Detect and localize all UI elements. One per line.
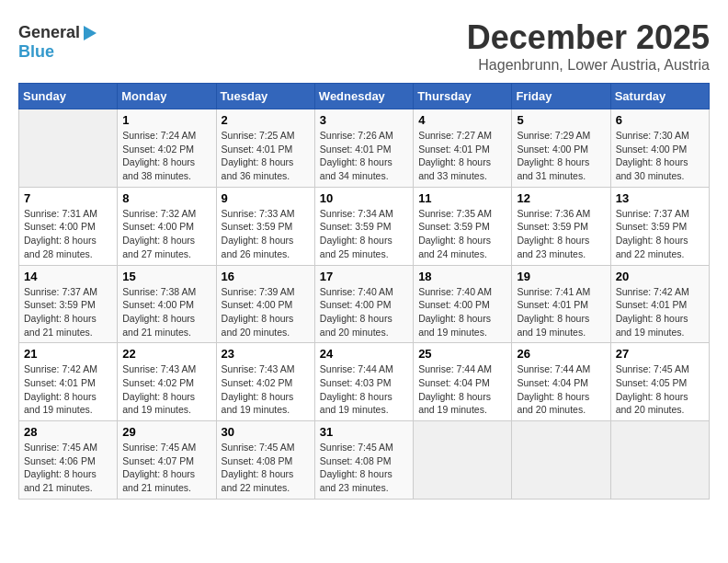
calendar-cell: 25Sunrise: 7:44 AMSunset: 4:04 PMDayligh… <box>414 343 512 421</box>
day-number: 9 <box>222 191 310 205</box>
day-info: Sunrise: 7:35 AMSunset: 3:59 PMDaylight:… <box>418 207 506 261</box>
day-number: 22 <box>122 347 210 361</box>
day-info: Sunrise: 7:44 AMSunset: 4:03 PMDaylight:… <box>320 362 408 417</box>
day-number: 17 <box>320 270 408 283</box>
day-info: Sunrise: 7:34 AMSunset: 3:59 PMDaylight:… <box>320 207 408 261</box>
calendar-cell: 24Sunrise: 7:44 AMSunset: 4:03 PMDayligh… <box>314 343 413 421</box>
calendar-cell: 21Sunrise: 7:42 AMSunset: 4:01 PMDayligh… <box>19 343 118 421</box>
calendar-cell: 20Sunrise: 7:42 AMSunset: 4:01 PMDayligh… <box>610 265 709 343</box>
day-info: Sunrise: 7:40 AMSunset: 4:00 PMDaylight:… <box>320 285 408 339</box>
week-row-3: 14Sunrise: 7:37 AMSunset: 3:59 PMDayligh… <box>19 265 710 343</box>
calendar-cell: 7Sunrise: 7:31 AMSunset: 4:00 PMDaylight… <box>19 187 118 265</box>
calendar-cell: 4Sunrise: 7:27 AMSunset: 4:01 PMDaylight… <box>414 109 512 188</box>
calendar-cell: 30Sunrise: 7:45 AMSunset: 4:08 PMDayligh… <box>216 421 314 500</box>
calendar-cell: 26Sunrise: 7:44 AMSunset: 4:04 PMDayligh… <box>512 343 610 421</box>
day-info: Sunrise: 7:37 AMSunset: 3:59 PMDaylight:… <box>616 207 704 261</box>
calendar-cell <box>19 109 118 188</box>
day-info: Sunrise: 7:38 AMSunset: 4:00 PMDaylight:… <box>122 285 210 339</box>
calendar-cell: 31Sunrise: 7:45 AMSunset: 4:08 PMDayligh… <box>314 421 413 500</box>
weekday-header-friday: Friday <box>512 84 610 109</box>
calendar-cell <box>414 421 512 500</box>
day-number: 19 <box>517 270 605 283</box>
weekday-header-sunday: Sunday <box>19 84 118 109</box>
day-number: 12 <box>517 191 605 205</box>
calendar-cell: 18Sunrise: 7:40 AMSunset: 4:00 PMDayligh… <box>414 265 512 343</box>
day-number: 14 <box>24 270 112 283</box>
weekday-header-monday: Monday <box>118 84 216 109</box>
calendar-cell: 12Sunrise: 7:36 AMSunset: 3:59 PMDayligh… <box>512 187 610 265</box>
calendar-cell: 15Sunrise: 7:38 AMSunset: 4:00 PMDayligh… <box>118 265 216 343</box>
day-info: Sunrise: 7:33 AMSunset: 3:59 PMDaylight:… <box>222 207 310 261</box>
calendar-cell: 6Sunrise: 7:30 AMSunset: 4:00 PMDaylight… <box>610 109 709 188</box>
logo-arrow-icon <box>84 26 97 40</box>
day-info: Sunrise: 7:41 AMSunset: 4:01 PMDaylight:… <box>517 285 605 339</box>
header: General Blue December 2025 Hagenbrunn, L… <box>18 18 710 74</box>
calendar-cell: 2Sunrise: 7:25 AMSunset: 4:01 PMDaylight… <box>216 109 314 188</box>
day-number: 3 <box>320 113 408 127</box>
calendar-cell: 16Sunrise: 7:39 AMSunset: 4:00 PMDayligh… <box>216 265 314 343</box>
calendar-cell: 5Sunrise: 7:29 AMSunset: 4:00 PMDaylight… <box>512 109 610 188</box>
calendar-cell: 10Sunrise: 7:34 AMSunset: 3:59 PMDayligh… <box>314 187 413 265</box>
day-number: 8 <box>122 191 210 205</box>
calendar-cell: 23Sunrise: 7:43 AMSunset: 4:02 PMDayligh… <box>216 343 314 421</box>
week-row-4: 21Sunrise: 7:42 AMSunset: 4:01 PMDayligh… <box>19 343 710 421</box>
location-title: Hagenbrunn, Lower Austria, Austria <box>467 57 710 74</box>
day-number: 21 <box>24 347 112 361</box>
day-info: Sunrise: 7:45 AMSunset: 4:08 PMDaylight:… <box>320 441 408 495</box>
weekday-header-row: SundayMondayTuesdayWednesdayThursdayFrid… <box>19 84 710 109</box>
day-number: 31 <box>320 425 408 439</box>
calendar-cell <box>610 421 709 500</box>
day-number: 24 <box>320 347 408 361</box>
calendar-cell: 28Sunrise: 7:45 AMSunset: 4:06 PMDayligh… <box>19 421 118 500</box>
day-info: Sunrise: 7:32 AMSunset: 4:00 PMDaylight:… <box>122 207 210 261</box>
day-info: Sunrise: 7:36 AMSunset: 3:59 PMDaylight:… <box>517 207 605 261</box>
day-info: Sunrise: 7:42 AMSunset: 4:01 PMDaylight:… <box>616 285 704 339</box>
calendar-cell: 11Sunrise: 7:35 AMSunset: 3:59 PMDayligh… <box>414 187 512 265</box>
day-number: 18 <box>418 270 506 283</box>
logo: General Blue <box>18 23 97 62</box>
day-info: Sunrise: 7:44 AMSunset: 4:04 PMDaylight:… <box>418 362 506 417</box>
day-info: Sunrise: 7:39 AMSunset: 4:00 PMDaylight:… <box>222 285 310 339</box>
calendar-cell: 19Sunrise: 7:41 AMSunset: 4:01 PMDayligh… <box>512 265 610 343</box>
day-info: Sunrise: 7:31 AMSunset: 4:00 PMDaylight:… <box>24 207 112 261</box>
calendar-cell: 8Sunrise: 7:32 AMSunset: 4:00 PMDaylight… <box>118 187 216 265</box>
calendar-cell: 9Sunrise: 7:33 AMSunset: 3:59 PMDaylight… <box>216 187 314 265</box>
day-info: Sunrise: 7:42 AMSunset: 4:01 PMDaylight:… <box>24 362 112 417</box>
calendar-cell: 29Sunrise: 7:45 AMSunset: 4:07 PMDayligh… <box>118 421 216 500</box>
day-number: 2 <box>222 113 310 127</box>
day-info: Sunrise: 7:26 AMSunset: 4:01 PMDaylight:… <box>320 129 408 183</box>
day-info: Sunrise: 7:45 AMSunset: 4:06 PMDaylight:… <box>24 441 112 495</box>
day-number: 5 <box>517 113 605 127</box>
weekday-header-thursday: Thursday <box>414 84 512 109</box>
month-title: December 2025 <box>467 18 710 57</box>
calendar-cell: 27Sunrise: 7:45 AMSunset: 4:05 PMDayligh… <box>610 343 709 421</box>
day-number: 26 <box>517 347 605 361</box>
day-info: Sunrise: 7:40 AMSunset: 4:00 PMDaylight:… <box>418 285 506 339</box>
calendar-cell: 17Sunrise: 7:40 AMSunset: 4:00 PMDayligh… <box>314 265 413 343</box>
day-number: 11 <box>418 191 506 205</box>
day-number: 1 <box>122 113 210 127</box>
day-number: 16 <box>222 270 310 283</box>
day-info: Sunrise: 7:45 AMSunset: 4:07 PMDaylight:… <box>122 441 210 495</box>
day-number: 23 <box>222 347 310 361</box>
day-number: 30 <box>222 425 310 439</box>
day-info: Sunrise: 7:37 AMSunset: 3:59 PMDaylight:… <box>24 285 112 339</box>
day-number: 15 <box>122 270 210 283</box>
day-number: 13 <box>616 191 704 205</box>
day-number: 25 <box>418 347 506 361</box>
day-info: Sunrise: 7:29 AMSunset: 4:00 PMDaylight:… <box>517 129 605 183</box>
day-number: 27 <box>616 347 704 361</box>
calendar-cell: 22Sunrise: 7:43 AMSunset: 4:02 PMDayligh… <box>118 343 216 421</box>
day-info: Sunrise: 7:43 AMSunset: 4:02 PMDaylight:… <box>122 362 210 417</box>
calendar-cell <box>512 421 610 500</box>
calendar-table: SundayMondayTuesdayWednesdayThursdayFrid… <box>18 83 710 500</box>
calendar-cell: 13Sunrise: 7:37 AMSunset: 3:59 PMDayligh… <box>610 187 709 265</box>
day-number: 10 <box>320 191 408 205</box>
day-number: 29 <box>122 425 210 439</box>
week-row-1: 1Sunrise: 7:24 AMSunset: 4:02 PMDaylight… <box>19 109 710 188</box>
day-info: Sunrise: 7:45 AMSunset: 4:05 PMDaylight:… <box>616 362 704 417</box>
calendar-cell: 3Sunrise: 7:26 AMSunset: 4:01 PMDaylight… <box>314 109 413 188</box>
weekday-header-wednesday: Wednesday <box>314 84 413 109</box>
day-info: Sunrise: 7:43 AMSunset: 4:02 PMDaylight:… <box>222 362 310 417</box>
week-row-2: 7Sunrise: 7:31 AMSunset: 4:00 PMDaylight… <box>19 187 710 265</box>
